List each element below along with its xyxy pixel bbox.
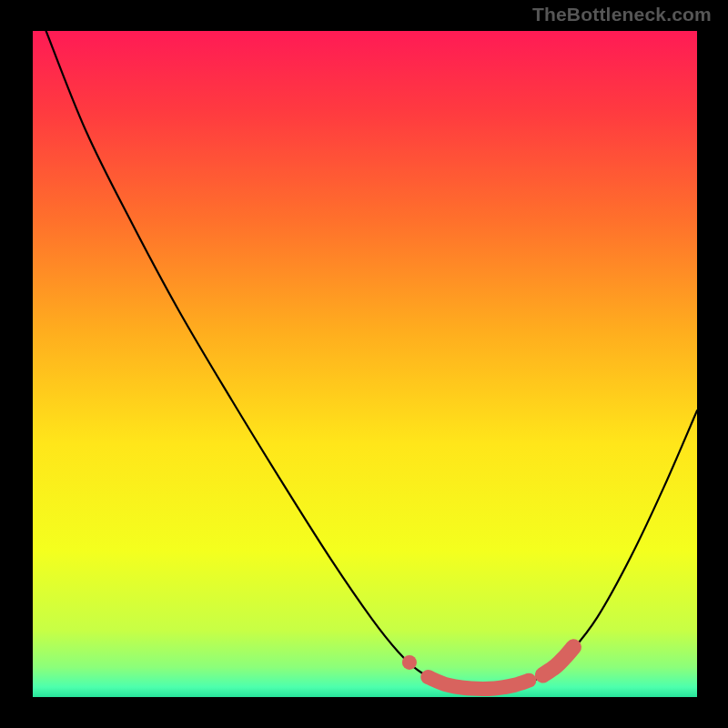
attribution-text: TheBottleneck.com xyxy=(532,4,712,25)
chart-container: TheBottleneck.com xyxy=(0,0,728,728)
chart-svg xyxy=(33,31,697,697)
plot-area xyxy=(33,31,697,697)
highlight-dot xyxy=(402,655,417,670)
gradient-background xyxy=(33,31,697,697)
